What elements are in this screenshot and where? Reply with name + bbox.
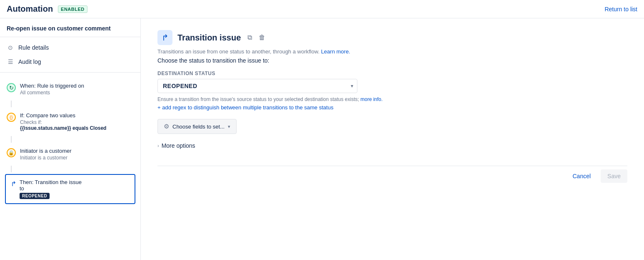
trigger-desc: All comments <box>20 90 134 96</box>
rule-details-icon: ⊙ <box>7 44 14 51</box>
choose-fields-chevron-icon: ▾ <box>228 124 230 129</box>
choose-status-label: Choose the status to transition the issu… <box>157 57 627 64</box>
trigger-title: When: Rule is triggered on <box>20 83 134 89</box>
action-header-icons: ⧉ 🗑 <box>246 32 267 43</box>
condition1-content: If: Compare two values Checks if: {{issu… <box>20 112 134 131</box>
return-to-list-link[interactable]: Return to list <box>604 6 637 13</box>
rule-details-label: Rule details <box>18 44 49 51</box>
choose-fields-label: Choose fields to set... <box>172 124 225 130</box>
trigger-icon: ↻ <box>7 83 16 92</box>
sidebar: Re-open issue on customer comment ⊙ Rule… <box>0 18 141 260</box>
condition1-detail: {{issue.status.name}} equals Closed <box>20 125 106 131</box>
transition-warning: Ensure a transition from the issue's sou… <box>157 96 627 102</box>
transition-action-icon: ↱ <box>162 33 169 43</box>
audit-log-icon: ☰ <box>7 58 14 66</box>
gear-icon: ⚙ <box>164 123 169 130</box>
condition2-icon: 🔒 <box>7 148 16 157</box>
condition2-item[interactable]: 🔒 Initiator is a customer Initiator is a… <box>0 143 140 166</box>
audit-log-label: Audit log <box>18 58 41 65</box>
then-transition-title-line1: Then: Transition the issue <box>20 179 130 185</box>
choose-fields-button[interactable]: ⚙ Choose fields to set... ▾ <box>157 119 237 134</box>
cancel-button[interactable]: Cancel <box>566 169 597 183</box>
condition1-title: If: Compare two values <box>20 112 134 119</box>
then-transition-content: Then: Transition the issue to REOPENED <box>20 179 130 199</box>
connector-1 <box>11 101 12 107</box>
condition2-desc: Initiator is a customer <box>20 155 134 161</box>
app-title: Automation <box>7 4 53 14</box>
warning-text: Ensure a transition from the issue's sou… <box>157 96 359 102</box>
rule-name: Re-open issue on customer comment <box>0 18 140 37</box>
trigger-content: When: Rule is triggered on All comments <box>20 83 134 96</box>
enabled-badge: ENABLED <box>58 5 87 13</box>
connector-3 <box>11 166 12 172</box>
sidebar-nav: ⊙ Rule details ☰ Audit log <box>0 37 140 73</box>
learn-more-link[interactable]: Learn more. <box>321 48 350 55</box>
app-header: Automation ENABLED Return to list <box>0 0 644 18</box>
main-layout: Re-open issue on customer comment ⊙ Rule… <box>0 18 644 260</box>
connector-2 <box>11 136 12 143</box>
action-title: Transition issue <box>177 33 241 43</box>
sidebar-item-rule-details[interactable]: ⊙ Rule details <box>0 40 140 55</box>
more-options-chevron-icon: › <box>157 143 159 148</box>
condition1-item[interactable]: {} If: Compare two values Checks if: {{i… <box>0 107 140 136</box>
destination-select-wrapper: REOPENED OPEN IN PROGRESS CLOSED ▾ <box>157 79 357 93</box>
then-transition-title-line2: to <box>20 185 130 192</box>
condition1-prefix: Checks if: <box>20 119 42 125</box>
more-info-link[interactable]: more info. <box>360 96 382 102</box>
sidebar-item-audit-log[interactable]: ☰ Audit log <box>0 55 140 69</box>
then-transition-icon: ↱ <box>11 180 16 188</box>
action-icon-container: ↱ <box>157 30 172 45</box>
description-text: Transitions an issue from one status to … <box>157 48 320 55</box>
then-transition-badge: REOPENED <box>20 193 50 199</box>
form-actions: Cancel Save <box>157 166 627 183</box>
then-transition-item[interactable]: ↱ Then: Transition the issue to REOPENED <box>5 174 135 204</box>
condition1-desc: Checks if: {{issue.status.name}} equals … <box>20 119 134 131</box>
action-header: ↱ Transition issue ⧉ 🗑 <box>157 30 627 45</box>
rule-flow: ↻ When: Rule is triggered on All comment… <box>0 73 140 211</box>
main-content-area: ↱ Transition issue ⧉ 🗑 Transitions an is… <box>141 18 644 260</box>
condition1-icon: {} <box>7 113 16 122</box>
trigger-item[interactable]: ↻ When: Rule is triggered on All comment… <box>0 78 140 101</box>
more-options-label: More options <box>162 142 195 149</box>
delete-icon[interactable]: 🗑 <box>257 32 267 43</box>
destination-select[interactable]: REOPENED OPEN IN PROGRESS CLOSED <box>157 79 357 93</box>
action-description: Transitions an issue from one status to … <box>157 48 627 55</box>
copy-icon[interactable]: ⧉ <box>246 32 254 43</box>
condition2-title: Initiator is a customer <box>20 148 134 154</box>
add-regex-link[interactable]: + add regex to distinguish between multi… <box>157 104 333 111</box>
destination-label: Destination status <box>157 71 627 76</box>
save-button[interactable]: Save <box>601 169 627 183</box>
more-options-toggle[interactable]: › More options <box>157 142 627 149</box>
condition2-content: Initiator is a customer Initiator is a c… <box>20 148 134 161</box>
